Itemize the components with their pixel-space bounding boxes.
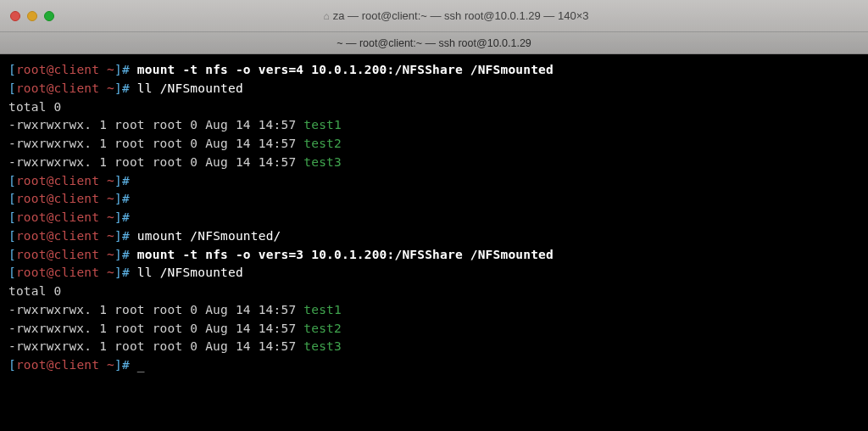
terminal-line: total 0: [8, 98, 860, 117]
command-text: mount -t nfs -o vers=4 10.0.1.200:/NFSSh…: [137, 63, 554, 76]
zoom-button[interactable]: [44, 11, 54, 21]
terminal-line: [root@client ~]# ll /NFSmounted: [8, 80, 860, 98]
window-title: ⌂ za — root@client:~ — ssh root@10.0.1.2…: [54, 9, 858, 22]
traffic-lights: [10, 11, 54, 21]
command-text: umount /NFSmounted/: [137, 229, 281, 243]
tabbar: ~ — root@client:~ — ssh root@10.0.1.29: [0, 32, 868, 54]
prompt-bracket: ]#: [114, 174, 130, 188]
terminal-line: -rwxrwxrwx. 1 root root 0 Aug 14 14:57 t…: [8, 154, 860, 172]
prompt-userhost: root@client ~: [16, 192, 114, 205]
prompt-bracket: [: [8, 248, 16, 261]
prompt-userhost: root@client ~: [16, 229, 114, 243]
prompt-userhost: root@client ~: [16, 174, 114, 188]
file-name: test3: [303, 155, 342, 169]
terminal-line: -rwxrwxrwx. 1 root root 0 Aug 14 14:57 t…: [8, 338, 860, 356]
output-text: total 0: [8, 100, 62, 114]
prompt-userhost: root@client ~: [16, 358, 114, 372]
terminal-line: [root@client ~]# mount -t nfs -o vers=3 …: [8, 246, 860, 265]
terminal-line: -rwxrwxrwx. 1 root root 0 Aug 14 14:57 t…: [8, 320, 860, 339]
prompt-bracket: ]#: [114, 63, 130, 76]
terminal-line: [root@client ~]# ll /NFSmounted: [8, 264, 860, 283]
prompt-userhost: root@client ~: [16, 81, 114, 95]
file-name: test2: [303, 322, 342, 335]
prompt-userhost: root@client ~: [16, 266, 114, 279]
prompt-bracket: [: [8, 192, 16, 205]
file-name: test2: [303, 137, 342, 150]
terminal-line: total 0: [8, 283, 860, 301]
terminal-line: -rwxrwxrwx. 1 root root 0 Aug 14 14:57 t…: [8, 135, 860, 154]
command-text: ll /NFSmounted: [137, 81, 243, 95]
command-text: ll /NFSmounted: [137, 266, 243, 279]
window-title-text: za — root@client:~ — ssh root@10.0.1.29 …: [333, 9, 589, 22]
prompt-bracket: [: [8, 358, 16, 372]
terminal-output[interactable]: [root@client ~]# mount -t nfs -o vers=4 …: [0, 54, 868, 382]
file-name: test3: [303, 339, 342, 353]
prompt-bracket: [: [8, 210, 16, 224]
terminal-line: [root@client ~]#: [8, 190, 860, 209]
terminal-line: [root@client ~]# mount -t nfs -o vers=4 …: [8, 61, 860, 80]
file-attrs: -rwxrwxrwx. 1 root root 0 Aug 14 14:57: [8, 137, 303, 150]
prompt-bracket: ]#: [114, 192, 130, 205]
prompt-userhost: root@client ~: [16, 63, 114, 76]
prompt-bracket: ]#: [114, 358, 130, 372]
file-attrs: -rwxrwxrwx. 1 root root 0 Aug 14 14:57: [8, 339, 303, 353]
prompt-bracket: ]#: [114, 210, 130, 224]
tab-title[interactable]: ~ — root@client:~ — ssh root@10.0.1.29: [337, 37, 531, 49]
file-attrs: -rwxrwxrwx. 1 root root 0 Aug 14 14:57: [8, 322, 303, 335]
file-attrs: -rwxrwxrwx. 1 root root 0 Aug 14 14:57: [8, 303, 303, 316]
prompt-bracket: [: [8, 81, 16, 95]
file-attrs: -rwxrwxrwx. 1 root root 0 Aug 14 14:57: [8, 118, 303, 132]
prompt-bracket: [: [8, 229, 16, 243]
terminal-line: [root@client ~]# umount /NFSmounted/: [8, 227, 860, 246]
terminal-line: [root@client ~]#: [8, 209, 860, 227]
prompt-bracket: [: [8, 63, 16, 76]
prompt-bracket: ]#: [114, 266, 130, 279]
minimize-button[interactable]: [27, 11, 37, 21]
prompt-bracket: ]#: [114, 229, 130, 243]
terminal-line: -rwxrwxrwx. 1 root root 0 Aug 14 14:57 t…: [8, 301, 860, 320]
window-titlebar: ⌂ za — root@client:~ — ssh root@10.0.1.2…: [0, 0, 868, 32]
file-name: test1: [303, 303, 342, 316]
close-button[interactable]: [10, 11, 20, 21]
file-name: test1: [303, 118, 342, 132]
prompt-userhost: root@client ~: [16, 210, 114, 224]
terminal-line: [root@client ~]# _: [8, 356, 860, 375]
home-icon: ⌂: [324, 10, 330, 22]
prompt-bracket: ]#: [114, 81, 130, 95]
output-text: total 0: [8, 284, 62, 298]
command-text: mount -t nfs -o vers=3 10.0.1.200:/NFSSh…: [137, 248, 554, 261]
file-attrs: -rwxrwxrwx. 1 root root 0 Aug 14 14:57: [8, 155, 303, 169]
prompt-bracket: [: [8, 174, 16, 188]
prompt-userhost: root@client ~: [16, 248, 114, 261]
prompt-bracket: [: [8, 266, 16, 279]
prompt-bracket: ]#: [114, 248, 130, 261]
terminal-line: [root@client ~]#: [8, 172, 860, 191]
cursor: _: [137, 358, 145, 372]
terminal-line: -rwxrwxrwx. 1 root root 0 Aug 14 14:57 t…: [8, 116, 860, 135]
